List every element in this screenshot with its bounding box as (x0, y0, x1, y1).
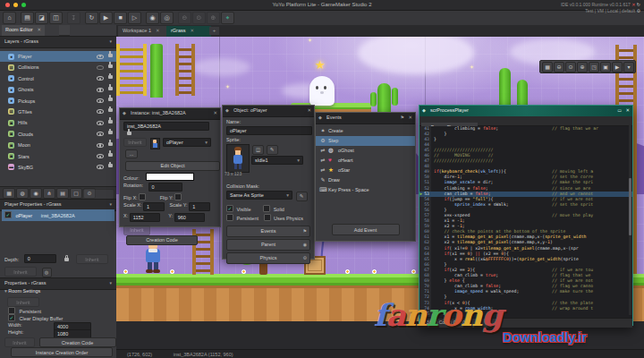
eye-icon[interactable] (97, 143, 104, 148)
close-icon[interactable]: ✕ (307, 107, 311, 113)
zoom-reset-button[interactable]: ⊙ (565, 62, 576, 72)
new-tab-button[interactable]: + (209, 27, 219, 35)
lock-icon[interactable] (108, 98, 113, 101)
new-folder-button[interactable]: ▤ (56, 188, 69, 199)
laptop-button[interactable]: ◎ (160, 12, 174, 24)
sprite-dropdown[interactable]: sIdle1▾ (251, 156, 303, 165)
instance-name-field[interactable]: inst_3BA2682A (123, 122, 209, 131)
layer-row-clouds[interactable]: ▣Clouds (0, 129, 116, 140)
debug-run-button[interactable]: ▷ (128, 12, 141, 24)
lock-icon[interactable] (108, 75, 113, 79)
lock-icon[interactable] (108, 131, 113, 134)
eye-icon[interactable] (97, 132, 104, 136)
pin-icon[interactable]: ◆ (318, 115, 322, 120)
eye-icon[interactable] (97, 88, 104, 92)
zoom-out-button[interactable]: ⊖ (554, 62, 564, 72)
y-field[interactable]: 960 (174, 213, 205, 222)
open-project-button[interactable]: ◪ (35, 12, 48, 24)
update-close-icon[interactable]: ✕ (631, 2, 635, 7)
scale-x-field[interactable]: 1 (143, 202, 165, 211)
lock-icon[interactable] (108, 54, 113, 57)
zoom-fit-button[interactable]: ◳ (589, 62, 599, 72)
edit-sprite-icon[interactable]: ✎ (267, 145, 278, 155)
event-row-create[interactable]: ✶Create (316, 126, 415, 136)
events-panel-titlebar[interactable]: ◆ Events ⚑ ✕ (316, 113, 415, 124)
eye-icon[interactable] (97, 65, 104, 70)
ghost-sprite[interactable] (309, 76, 335, 106)
new-layer-button[interactable]: ▦ (3, 188, 15, 199)
pin-icon[interactable]: ◆ (225, 107, 229, 113)
object-dropdown[interactable]: oPlayer▾ (163, 138, 211, 147)
rotation-field[interactable]: 0 (148, 183, 182, 192)
lock-icon[interactable] (108, 87, 113, 90)
close-icon[interactable]: ✕ (213, 110, 217, 115)
uses-physics-checkbox[interactable] (264, 214, 271, 221)
instance-creation-code-button[interactable]: Creation Code (126, 235, 198, 245)
sprite-thumbnail[interactable] (226, 144, 250, 173)
code-scrollbar[interactable] (629, 124, 631, 315)
layer-row-moon[interactable]: ▣Moon (0, 140, 116, 150)
canvas-settings-button[interactable]: ▣ (600, 62, 611, 72)
play-button[interactable]: ▶ (612, 62, 623, 72)
new-path-layer-button[interactable]: ⋔ (43, 188, 55, 199)
tab-stub[interactable] (59, 25, 70, 36)
layer-row-control[interactable]: ●Control (0, 73, 116, 84)
lock-icon[interactable] (127, 132, 131, 135)
instance-checkbox[interactable] (4, 211, 12, 218)
clean-button[interactable]: ↻ (85, 12, 98, 24)
run-button[interactable]: ▶ (99, 12, 113, 24)
layer-row-player[interactable]: ●Player (0, 51, 116, 62)
lock-icon[interactable] (108, 153, 113, 157)
edit-object-button[interactable]: Edit Object (125, 161, 220, 171)
lock-icon[interactable] (108, 120, 113, 124)
lock-icon[interactable] (64, 258, 69, 261)
solid-checkbox[interactable] (263, 205, 270, 212)
flip-y-checkbox[interactable] (174, 193, 182, 200)
save-project-button[interactable]: ◫ (49, 12, 63, 24)
instance-creation-order-button[interactable]: Instance Creation Order (11, 347, 113, 357)
flip-x-checkbox[interactable] (139, 193, 146, 200)
layer-row-stars[interactable]: ▣Stars (0, 151, 116, 162)
layer-row-gtiles[interactable]: ▦GTiles (0, 107, 116, 117)
home-button[interactable]: ⌂ (3, 12, 16, 24)
target-config-text[interactable]: Test | VM | Local | default (585, 8, 635, 13)
add-event-button[interactable]: Add Event (332, 224, 400, 235)
event-row-key-press-space[interactable]: ⌨Key Press - Space (316, 185, 415, 195)
new-project-button[interactable]: ▤ (21, 12, 34, 24)
close-icon[interactable]: ✕ (408, 115, 412, 120)
reset-icon[interactable]: ◎ (42, 268, 52, 277)
pin-icon[interactable]: ◆ (422, 107, 426, 113)
close-icon[interactable]: ✕ (156, 28, 160, 33)
grid-button[interactable]: ▦ (542, 62, 553, 72)
eye-icon[interactable] (97, 55, 104, 59)
depth-field[interactable]: 0 (24, 254, 56, 263)
close-icon[interactable]: ✕ (625, 107, 630, 113)
object-name-field[interactable]: oPlayer (226, 126, 312, 135)
layer-visibility-button[interactable]: ◉ (30, 188, 42, 199)
eye-icon[interactable] (97, 165, 104, 169)
edit-mask-icon[interactable]: ✎ (296, 192, 308, 201)
creation-code-button[interactable]: Creation Code (39, 337, 116, 347)
gear-icon[interactable]: ⚙ (637, 8, 640, 13)
close-icon[interactable]: ✕ (38, 27, 42, 32)
eye-icon[interactable] (97, 154, 104, 158)
new-sprite-icon[interactable]: ◫ (252, 145, 264, 155)
eye-icon[interactable] (97, 121, 104, 125)
lock-icon[interactable] (108, 108, 113, 112)
layer-row-ghosts[interactable]: ●Ghosts (0, 84, 116, 95)
refresh-icon[interactable]: ↻ (637, 2, 640, 7)
event-row-oheart[interactable]: ⇄♥oHeart (316, 156, 415, 166)
x-field[interactable]: 1152 (130, 213, 160, 222)
visible-checkbox[interactable] (226, 205, 233, 212)
events-button[interactable]: Events⚑ (226, 226, 310, 237)
colour-swatch[interactable] (146, 173, 194, 181)
lock-icon[interactable] (108, 164, 113, 167)
pin-icon[interactable]: ◆ (123, 110, 126, 115)
parent-button[interactable]: Parent◉ (226, 239, 310, 251)
stop-button[interactable]: ■ (114, 12, 127, 24)
collision-mask-dropdown[interactable]: Same As Sprite▾ (226, 191, 292, 200)
new-instance-layer-button[interactable]: ◍ (16, 188, 29, 199)
event-row-oghost[interactable]: ⇄◍oGhost (316, 146, 415, 156)
code-area[interactable]: 41 climbing = false;// flag that we ar42… (419, 126, 632, 318)
layer-row-pickups[interactable]: ●Pickups (0, 96, 116, 107)
